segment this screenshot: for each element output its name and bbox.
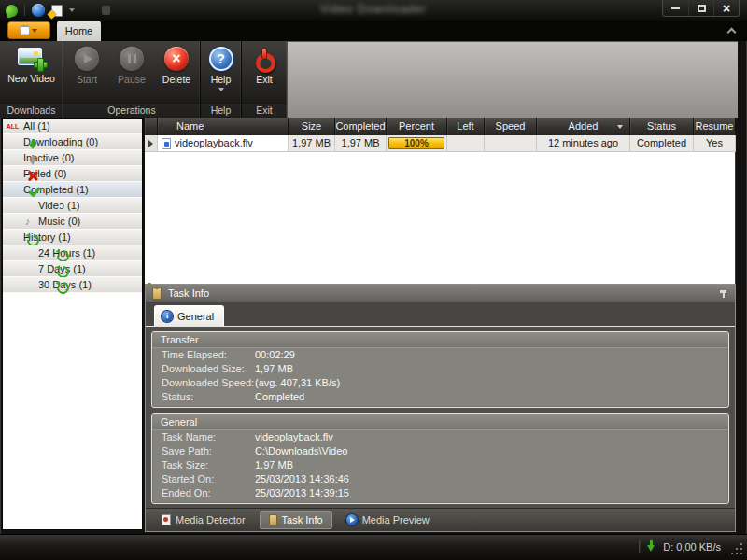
pin-icon[interactable] <box>720 290 726 293</box>
column-header-percent[interactable]: Percent <box>387 118 447 135</box>
tab-home[interactable]: Home <box>57 21 101 41</box>
column-header-size[interactable]: Size <box>289 118 335 135</box>
maximize-icon <box>698 5 706 12</box>
groupbox-general-caption: General <box>152 414 728 430</box>
progress-bar: 100% <box>388 137 444 149</box>
ribbon-tab-row: Home <box>0 21 747 41</box>
column-header-status[interactable]: Status <box>630 118 694 135</box>
tab-media-detector[interactable]: Media Detector <box>152 511 255 529</box>
grid-empty-area <box>145 152 736 284</box>
sort-caret-icon[interactable] <box>617 125 623 129</box>
sidebar-item-history[interactable]: History (1) <box>3 230 142 245</box>
field-value: 1,97 MB <box>255 362 293 376</box>
field-value: 1,97 MB <box>255 458 293 472</box>
field-value: (avg. 407,31 KB/s) <box>255 376 340 390</box>
help-button[interactable]: ? Help <box>201 45 241 91</box>
field-value: 25/03/2013 14:39:15 <box>255 486 349 500</box>
cell-completed: 1,97 MB <box>335 135 387 151</box>
column-header-left[interactable]: Left <box>447 118 485 135</box>
sidebar: ALLAll (1) Downloading (0) Inactive (0) … <box>2 118 143 530</box>
pause-button[interactable]: Pause <box>110 45 153 85</box>
app-menu-icon <box>21 25 29 35</box>
download-speed-text: D: 0,00 KB/s <box>663 541 721 553</box>
task-info-tabstrip: i General <box>146 303 735 327</box>
ribbon: New Video Downloads Start Pause × Delete <box>0 41 287 118</box>
tab-general[interactable]: i General <box>154 305 224 326</box>
statusbar-separator <box>639 540 640 553</box>
ribbon-group-exit: Exit Exit <box>242 41 287 118</box>
field-label: Task Name: <box>162 430 255 444</box>
exit-button[interactable]: Exit <box>243 45 286 85</box>
field-label: Downloaded Size: <box>162 362 255 376</box>
pause-icon <box>120 47 144 71</box>
field-value: Completed <box>255 390 304 404</box>
field-label: Time Elapsed: <box>162 348 255 362</box>
start-button[interactable]: Start <box>65 45 108 85</box>
media-preview-icon <box>346 514 358 525</box>
field-value: 25/03/2013 14:36:46 <box>255 472 349 486</box>
chevron-down-icon <box>32 29 37 33</box>
bottom-dock-tabs: Media Detector Task Info Media Preview <box>146 508 735 531</box>
sidebar-item-24hours[interactable]: 24 Hours (1) <box>3 245 142 261</box>
tab-task-info[interactable]: Task Info <box>260 511 332 529</box>
ribbon-group-help: ? Help Help <box>201 41 242 118</box>
cell-resume: Yes <box>694 135 736 151</box>
start-icon <box>75 47 99 71</box>
minimize-button[interactable] <box>663 0 688 16</box>
field-label: Downloaded Speed: <box>162 376 255 390</box>
group-label-exit: Exit <box>242 103 287 118</box>
app-menu-button[interactable] <box>7 21 50 39</box>
task-info-title: Task Info <box>168 287 209 299</box>
task-info-header: Task Info <box>146 285 735 303</box>
field-label: Save Path: <box>162 444 255 458</box>
close-icon: × <box>723 2 730 15</box>
sidebar-item-music[interactable]: ♪Music (0) <box>3 214 142 230</box>
media-file-icon <box>162 138 171 149</box>
task-info-body: Transfer Time Elapsed:00:02:29 Downloade… <box>146 327 735 508</box>
minimize-icon <box>671 7 680 9</box>
new-video-button[interactable]: New Video <box>10 45 53 84</box>
table-row[interactable]: videoplayback.flv 1,97 MB 1,97 MB 100% 1… <box>145 135 736 152</box>
sidebar-item-inactive[interactable]: Inactive (0) <box>3 150 142 166</box>
status-download-speed: D: 0,00 KB/s <box>639 540 721 553</box>
delete-button[interactable]: × Delete <box>155 45 198 85</box>
field-label: Ended On: <box>162 486 255 500</box>
title-bar: Video Downloader × <box>0 0 747 21</box>
column-header-resume[interactable]: Resume <box>694 118 736 135</box>
collapse-ribbon-icon[interactable] <box>727 27 737 35</box>
help-icon: ? <box>209 47 233 71</box>
task-info-icon <box>269 514 277 525</box>
media-detector-icon <box>162 514 171 525</box>
download-arrow-icon <box>646 540 656 553</box>
application-window: Video Downloader × Home New Video Downlo… <box>0 0 747 560</box>
close-button[interactable]: × <box>713 0 739 16</box>
music-note-icon: ♪ <box>21 216 35 228</box>
cell-speed <box>485 135 537 151</box>
sidebar-item-failed[interactable]: Failed (0) <box>3 166 142 182</box>
cell-size: 1,97 MB <box>289 135 335 151</box>
task-info-panel: Task Info i General Transfer Time Elapse… <box>145 284 736 532</box>
window-title: Video Downloader <box>0 3 747 16</box>
sidebar-item-7days[interactable]: 7 Days (1) <box>3 261 142 277</box>
sidebar-item-downloading[interactable]: Downloading (0) <box>3 134 142 150</box>
ribbon-group-downloads: New Video Downloads <box>0 41 63 118</box>
cell-name: videoplayback.flv <box>158 135 289 151</box>
sidebar-item-video[interactable]: Video (1) <box>3 198 142 214</box>
cell-status: Completed <box>630 135 694 151</box>
maximize-button[interactable] <box>688 0 713 16</box>
sidebar-item-30days[interactable]: 30 Days (1) <box>3 277 142 293</box>
column-header-completed[interactable]: Completed <box>335 118 387 135</box>
field-label: Task Size: <box>162 458 255 472</box>
resize-grip[interactable] <box>740 553 742 554</box>
field-value: 00:02:29 <box>255 348 295 362</box>
sidebar-item-all[interactable]: ALLAll (1) <box>3 119 142 134</box>
cell-added: 12 minutes ago <box>537 135 630 151</box>
column-header-name[interactable]: Name <box>158 118 289 135</box>
sidebar-item-completed[interactable]: Completed (1) <box>3 182 142 198</box>
tab-media-preview[interactable]: Media Preview <box>337 511 439 529</box>
column-header-added[interactable]: Added <box>537 118 630 135</box>
column-header-speed[interactable]: Speed <box>485 118 537 135</box>
groupbox-transfer-caption: Transfer <box>152 332 728 348</box>
clipboard-icon <box>152 287 162 300</box>
field-value: videoplayback.flv <box>255 430 333 444</box>
